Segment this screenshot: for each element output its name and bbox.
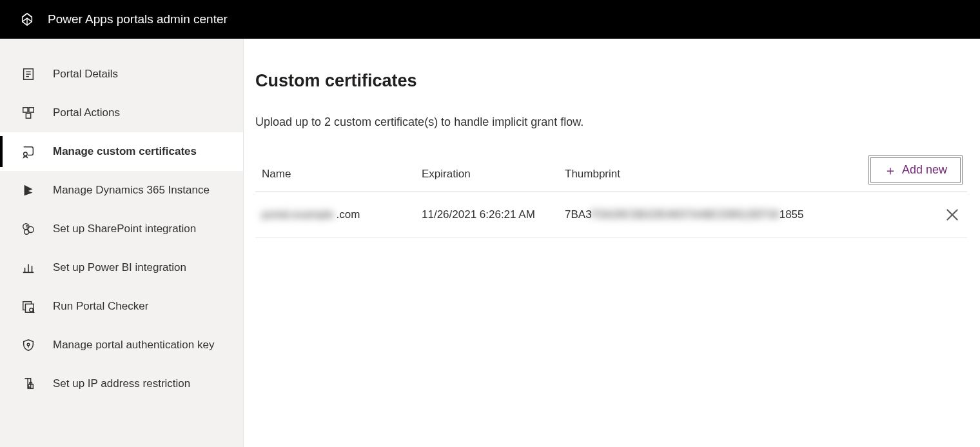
sidebar-item-portal-checker[interactable]: Run Portal Checker — [0, 287, 243, 326]
sidebar-item-label: Set up IP address restriction — [53, 377, 231, 392]
app-logo-icon — [19, 12, 35, 27]
svg-rect-6 — [26, 114, 30, 118]
sidebar-item-powerbi[interactable]: Set up Power BI integration — [0, 248, 243, 287]
plus-icon: ＋ — [884, 164, 897, 177]
cert-name-cell: portal.example.com — [262, 208, 422, 221]
page-title: Custom certificates — [255, 71, 967, 91]
dynamics-icon — [19, 181, 37, 199]
certificate-icon — [19, 143, 37, 161]
sidebar-item-label: Portal Actions — [53, 106, 231, 121]
svg-point-20 — [27, 343, 30, 346]
ip-restriction-icon — [19, 375, 37, 393]
column-header-name: Name — [262, 168, 422, 181]
add-new-label: Add new — [902, 163, 947, 177]
powerbi-icon — [19, 259, 37, 277]
topbar: Power Apps portals admin center — [0, 0, 980, 39]
main-content: Custom certificates Upload up to 2 custo… — [244, 39, 980, 447]
thumbprint-suffix: 1855 — [779, 208, 804, 221]
sidebar-item-label: Manage custom certificates — [53, 144, 231, 159]
brand-title: Power Apps portals admin center — [48, 12, 228, 26]
sidebar-item-portal-actions[interactable]: Portal Actions — [0, 94, 243, 132]
svg-text:S: S — [25, 224, 28, 229]
sidebar: Portal Details Portal Actions Manage cus… — [0, 39, 244, 447]
sidebar-item-sharepoint[interactable]: S Set up SharePoint integration — [0, 210, 243, 248]
table-header-row: Name Expiration Thumbprint ＋ Add new — [255, 161, 967, 192]
svg-rect-4 — [23, 108, 28, 112]
add-new-button[interactable]: ＋ Add new — [870, 157, 961, 183]
sidebar-item-label: Set up SharePoint integration — [53, 222, 231, 237]
sharepoint-icon: S — [19, 220, 37, 238]
sidebar-item-label: Portal Details — [53, 67, 231, 82]
table-row: portal.example.com 11/26/2021 6:26:21 AM… — [255, 192, 967, 238]
page-subtitle: Upload up to 2 custom certificate(s) to … — [255, 115, 967, 129]
thumbprint-redacted: F0A29C5B1DE4837AABCD9012EF34 — [592, 208, 779, 221]
sidebar-item-label: Set up Power BI integration — [53, 261, 231, 275]
sidebar-item-label: Manage Dynamics 365 Instance — [53, 183, 231, 198]
sidebar-item-label: Run Portal Checker — [53, 299, 231, 314]
svg-point-7 — [24, 152, 28, 156]
svg-rect-5 — [29, 108, 34, 112]
checker-icon — [19, 297, 37, 315]
actions-icon — [19, 104, 37, 122]
sidebar-item-label: Manage portal authentication key — [53, 338, 231, 353]
delete-cert-button[interactable] — [944, 206, 961, 223]
thumbprint-prefix: 7BA3 — [565, 208, 592, 221]
sidebar-item-manage-custom-certificates[interactable]: Manage custom certificates — [0, 132, 243, 171]
sidebar-item-auth-key[interactable]: Manage portal authentication key — [0, 326, 243, 364]
certificates-table: Name Expiration Thumbprint ＋ Add new por… — [255, 161, 967, 238]
cert-thumbprint-cell: 7BA3F0A29C5B1DE4837AABCD9012EF341855 — [565, 208, 851, 221]
details-icon — [19, 65, 37, 83]
shield-icon — [19, 336, 37, 354]
cert-name-suffix: .com — [337, 208, 360, 221]
cert-name-redacted: portal.example — [262, 208, 334, 221]
cert-expiration-cell: 11/26/2021 6:26:21 AM — [422, 208, 565, 221]
column-header-expiration: Expiration — [422, 168, 565, 181]
sidebar-item-manage-dynamics[interactable]: Manage Dynamics 365 Instance — [0, 171, 243, 210]
column-header-thumbprint: Thumbprint — [565, 168, 851, 181]
sidebar-item-portal-details[interactable]: Portal Details — [0, 55, 243, 94]
sidebar-item-ip-restriction[interactable]: Set up IP address restriction — [0, 364, 243, 403]
